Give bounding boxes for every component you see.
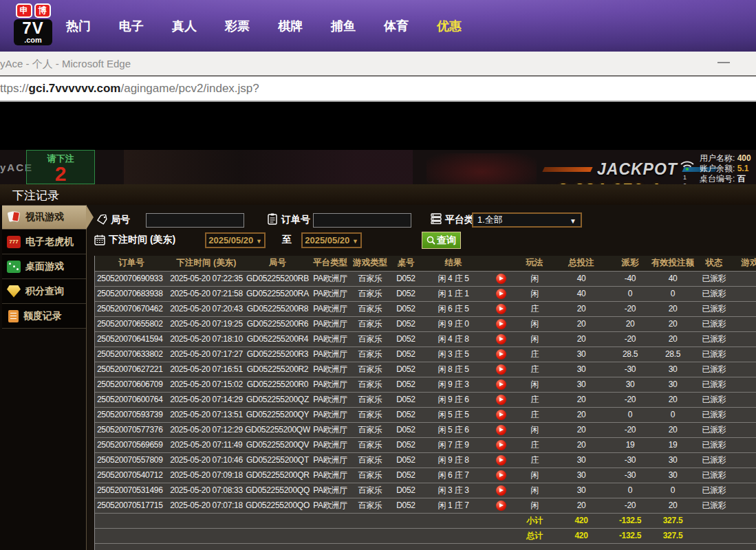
status-cell: 已派彩	[695, 331, 733, 346]
order-number-cell: 250520070517715	[95, 498, 168, 513]
platform-cell: PA欧洲厅	[310, 437, 350, 452]
play-icon[interactable]	[496, 425, 506, 435]
bet-countdown: 2	[27, 165, 94, 183]
platform-type-select[interactable]: 1.全部▼	[472, 212, 582, 228]
date-from-select[interactable]: 2025/05/20 ▼	[205, 232, 266, 248]
table-row: 2505200705407122025-05-20 07:09:18GD0522…	[95, 468, 756, 483]
result-cell: 闲 9 庄 3	[422, 377, 485, 392]
play-icon[interactable]	[496, 364, 506, 375]
payout-cell: -30	[610, 362, 650, 377]
sidebar-item-3[interactable]: 积分查询	[2, 279, 86, 304]
replay-cell	[485, 392, 517, 407]
total-bet-cell: 20	[552, 392, 610, 407]
game-type-cell: 百家乐	[350, 452, 390, 468]
totals-cell	[485, 513, 517, 528]
valid-bet-cell: 20	[650, 316, 695, 331]
totals-cell	[168, 528, 245, 543]
replay-cell	[485, 422, 517, 437]
round-number-cell: GD052255200R8	[245, 301, 310, 316]
replay-cell	[485, 286, 517, 301]
round-number-cell: GD052255200QV	[245, 437, 310, 452]
platform-cell: PA欧洲厅	[310, 483, 350, 498]
play-icon[interactable]	[496, 470, 506, 481]
totals-cell	[245, 513, 310, 528]
play-icon[interactable]	[496, 500, 506, 511]
play-icon[interactable]	[496, 440, 506, 450]
sidebar-item-2[interactable]: 桌面游戏	[2, 254, 86, 279]
site-nav: 申 博 7V .com 热门电子真人彩票棋牌捕鱼体育优惠	[0, 0, 756, 52]
round-number-input[interactable]	[146, 213, 244, 228]
payout-cell: -30	[610, 468, 650, 483]
order-number-input[interactable]	[313, 213, 411, 228]
result-cell: 闲 4 庄 5	[422, 271, 485, 286]
browser-urlbar[interactable]: ttps://gci.7vvvvvv.com/agingame/pcv2/ind…	[0, 76, 756, 102]
replay-cell	[485, 346, 517, 362]
valid-bet-cell: 20	[650, 422, 695, 437]
game-type-cell: 百家乐	[350, 377, 390, 392]
nav-item-1[interactable]: 电子	[119, 18, 144, 34]
status-cell: 已派彩	[695, 483, 733, 498]
play-icon[interactable]	[496, 319, 506, 329]
date-to-select[interactable]: 2025/05/20 ▼	[301, 232, 362, 248]
nav-item-6[interactable]: 体育	[384, 18, 409, 34]
table-number-cell: D052	[390, 468, 422, 483]
minimize-button[interactable]	[717, 62, 730, 63]
play-icon[interactable]	[496, 410, 506, 420]
search-button[interactable]: 查询	[422, 232, 461, 249]
order-number-cell: 250520070569659	[95, 437, 168, 452]
result-cell: 闲 9 庄 6	[422, 392, 485, 407]
table-number-cell: D052	[390, 392, 422, 407]
nav-item-5[interactable]: 捕鱼	[331, 18, 356, 34]
status-cell: 已派彩	[695, 301, 733, 316]
nav-item-3[interactable]: 彩票	[225, 18, 250, 34]
sidebar-item-1[interactable]: 777电子老虎机	[2, 230, 86, 254]
game-type-cell: 百家乐	[350, 392, 390, 407]
nav-item-0[interactable]: 热门	[66, 18, 91, 34]
window-title: yAce - 个人 - Microsoft Edge	[0, 58, 131, 71]
play-icon[interactable]	[496, 455, 506, 465]
bet-time-cell: 2025-05-20 07:13:51	[168, 407, 245, 422]
bet-side-cell: 闲	[517, 377, 552, 392]
totals-cell	[310, 528, 350, 543]
play-icon[interactable]	[496, 395, 506, 405]
payout-cell: 19	[610, 437, 650, 452]
column-header: 玩法	[517, 256, 552, 271]
round-number-cell: GD052255200QO	[245, 498, 310, 513]
payout-cell: 28.5	[610, 346, 650, 362]
column-header: 局号	[245, 256, 310, 271]
sidebar-item-0[interactable]: 视讯游戏	[2, 205, 86, 230]
round-number-cell: GD052255200R0	[245, 377, 310, 392]
payout-cell: 20	[610, 316, 650, 331]
cards-icon	[7, 211, 21, 223]
valid-bet-cell: 20	[650, 498, 695, 513]
play-icon[interactable]	[496, 274, 506, 284]
play-icon[interactable]	[496, 485, 506, 496]
game-cell	[733, 452, 756, 468]
replay-cell	[485, 331, 517, 346]
totals-cell	[733, 513, 756, 528]
nav-item-2[interactable]: 真人	[172, 18, 197, 34]
play-icon[interactable]	[496, 380, 506, 390]
nav-item-7[interactable]: 优惠	[437, 18, 462, 34]
play-icon[interactable]	[496, 349, 506, 360]
totals-cell: 327.5	[650, 513, 695, 528]
totals-cell	[485, 528, 517, 543]
play-icon[interactable]	[496, 289, 506, 299]
tag-icon	[97, 214, 108, 225]
round-number-cell: GD052255200QZ	[245, 392, 310, 407]
records-table-container[interactable]: 订单号下注时间 (美东)局号平台类型游戏类型桌号结果玩法总投注派彩有效投注额状态…	[94, 256, 756, 550]
play-icon[interactable]	[496, 304, 506, 314]
nav-item-4[interactable]: 棋牌	[278, 18, 303, 34]
table-row: 2505200706909332025-05-20 07:22:35GD0522…	[95, 271, 756, 286]
game-type-cell: 百家乐	[350, 271, 390, 286]
sidebar-item-4[interactable]: 额度记录	[2, 304, 86, 329]
round-number-cell: GD052255200QQ	[245, 483, 310, 498]
play-icon[interactable]	[496, 334, 506, 344]
round-number-cell: GD052255200R6	[245, 316, 310, 331]
site-logo[interactable]: 申 博 7V .com	[14, 3, 52, 45]
game-cell	[733, 346, 756, 362]
diamond-icon	[7, 285, 21, 298]
order-number-cell: 250520070655802	[95, 316, 168, 331]
total-bet-cell: 40	[552, 286, 610, 301]
total-bet-cell: 30	[552, 346, 610, 362]
